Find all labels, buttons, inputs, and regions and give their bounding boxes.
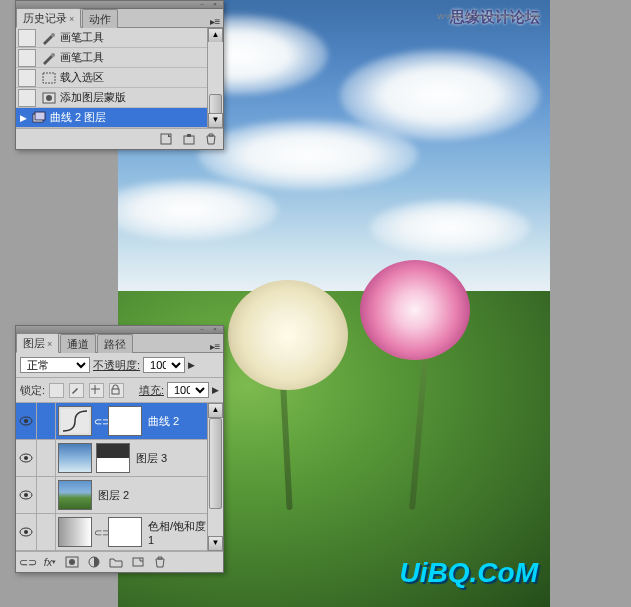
tab-label: 路径 bbox=[104, 338, 126, 350]
scroll-down-icon[interactable]: ▼ bbox=[208, 113, 223, 128]
scroll-up-icon[interactable]: ▲ bbox=[208, 403, 223, 418]
layer-mask-thumbnail[interactable] bbox=[96, 443, 130, 473]
history-item[interactable]: 画笔工具 bbox=[16, 48, 223, 68]
opacity-input[interactable]: 100% bbox=[143, 357, 185, 373]
visibility-toggle[interactable] bbox=[16, 514, 37, 550]
layer-thumbnail[interactable] bbox=[58, 480, 92, 510]
visibility-toggle[interactable] bbox=[16, 403, 37, 439]
history-snapshot-cell[interactable] bbox=[18, 49, 36, 67]
layer-name[interactable]: 图层 3 bbox=[136, 451, 207, 466]
history-label: 载入选区 bbox=[60, 70, 221, 85]
layers-panel: – × 图层× 通道 路径 ▸≡ 正常 不透明度: 100% ▶ 锁定: 填充:… bbox=[15, 325, 224, 573]
delete-icon[interactable] bbox=[203, 132, 219, 146]
minimize-icon[interactable]: – bbox=[197, 1, 207, 7]
link-layers-icon[interactable]: ⊂⊃ bbox=[20, 555, 36, 569]
tab-history[interactable]: 历史记录× bbox=[16, 8, 81, 28]
svg-rect-23 bbox=[133, 558, 143, 566]
svg-rect-8 bbox=[184, 136, 194, 144]
mask-link-icon[interactable]: ⊂⊃ bbox=[94, 527, 106, 538]
tab-label: 图层 bbox=[23, 337, 45, 349]
tab-layers[interactable]: 图层× bbox=[16, 333, 59, 353]
layer-thumbnail[interactable] bbox=[58, 443, 92, 473]
lock-position-icon[interactable] bbox=[89, 383, 104, 398]
add-mask-icon[interactable] bbox=[64, 555, 80, 569]
brush-icon bbox=[41, 31, 57, 45]
fill-input[interactable]: 100% bbox=[167, 382, 209, 398]
svg-point-12 bbox=[24, 419, 28, 423]
history-item[interactable]: 添加图层蒙版 bbox=[16, 88, 223, 108]
layer-name[interactable]: 色相/饱和度 1 bbox=[148, 519, 207, 546]
tab-close-icon[interactable]: × bbox=[69, 14, 74, 24]
history-scrollbar[interactable]: ▲ ▼ bbox=[207, 28, 223, 128]
panel-menu-icon[interactable]: ▸≡ bbox=[207, 16, 223, 27]
svg-point-0 bbox=[51, 33, 55, 37]
visibility-toggle[interactable] bbox=[16, 477, 37, 513]
fill-flyout-icon[interactable]: ▶ bbox=[212, 385, 219, 395]
tab-actions[interactable]: 动作 bbox=[82, 9, 118, 28]
layer-row[interactable]: ⊂⊃ 曲线 2 bbox=[16, 403, 207, 440]
blend-mode-select[interactable]: 正常 bbox=[20, 357, 90, 373]
layer-mask-thumbnail[interactable] bbox=[108, 406, 142, 436]
tab-close-icon[interactable]: × bbox=[47, 339, 52, 349]
opacity-flyout-icon[interactable]: ▶ bbox=[188, 360, 195, 370]
history-item[interactable]: 载入选区 bbox=[16, 68, 223, 88]
scroll-track[interactable] bbox=[208, 418, 223, 536]
close-icon[interactable]: × bbox=[210, 326, 220, 332]
new-group-icon[interactable] bbox=[108, 555, 124, 569]
cloud bbox=[370, 200, 530, 255]
svg-rect-6 bbox=[35, 112, 45, 120]
layer-name[interactable]: 曲线 2 bbox=[148, 414, 207, 429]
scroll-thumb[interactable] bbox=[209, 418, 222, 509]
new-layer-icon[interactable] bbox=[130, 555, 146, 569]
history-list: 画笔工具 画笔工具 载入选区 添加图层蒙版 ▶ 曲线 2 图层 bbox=[16, 28, 223, 128]
layer-thumbnail[interactable] bbox=[58, 517, 92, 547]
history-footer bbox=[16, 128, 223, 149]
layer-name[interactable]: 图层 2 bbox=[98, 488, 207, 503]
layer-thumbnail[interactable] bbox=[58, 406, 92, 436]
layer-mask-thumbnail[interactable] bbox=[108, 517, 142, 547]
lock-pixels-icon[interactable] bbox=[69, 383, 84, 398]
history-label: 添加图层蒙版 bbox=[60, 90, 221, 105]
watermark-logo: UiBQ.CoM bbox=[400, 557, 538, 589]
layer-row[interactable]: 图层 2 bbox=[16, 477, 207, 514]
opacity-label[interactable]: 不透明度: bbox=[93, 358, 140, 373]
tab-label: 通道 bbox=[67, 338, 89, 350]
layers-scrollbar[interactable]: ▲ ▼ bbox=[207, 403, 223, 551]
fill-label[interactable]: 填充: bbox=[139, 383, 164, 398]
layer-list: ⊂⊃ 曲线 2 图层 3 图层 2 ⊂⊃ 色相/饱和度 1 bbox=[16, 403, 207, 551]
history-snapshot-cell[interactable] bbox=[18, 69, 36, 87]
scroll-thumb[interactable] bbox=[209, 94, 222, 114]
tab-label: 历史记录 bbox=[23, 12, 67, 24]
adjustment-layer-icon[interactable] bbox=[86, 555, 102, 569]
mask-link-icon[interactable]: ⊂⊃ bbox=[94, 416, 106, 427]
scroll-down-icon[interactable]: ▼ bbox=[208, 536, 223, 551]
history-snapshot-cell[interactable] bbox=[18, 29, 36, 47]
scroll-track[interactable] bbox=[208, 42, 223, 114]
close-icon[interactable]: × bbox=[210, 1, 220, 7]
tab-channels[interactable]: 通道 bbox=[60, 334, 96, 353]
watermark-url: WWW.MISSYUAN.COM bbox=[437, 12, 540, 21]
link-cell[interactable] bbox=[37, 514, 56, 550]
history-snapshot-cell[interactable] bbox=[18, 89, 36, 107]
history-item[interactable]: 画笔工具 bbox=[16, 28, 223, 48]
scroll-up-icon[interactable]: ▲ bbox=[208, 28, 223, 43]
tab-paths[interactable]: 路径 bbox=[97, 334, 133, 353]
delete-layer-icon[interactable] bbox=[152, 555, 168, 569]
history-tabs: 历史记录× 动作 ▸≡ bbox=[16, 9, 223, 28]
link-cell[interactable] bbox=[37, 403, 56, 439]
panel-menu-icon[interactable]: ▸≡ bbox=[207, 341, 223, 352]
layers-tabs: 图层× 通道 路径 ▸≡ bbox=[16, 334, 223, 353]
layer-row[interactable]: 图层 3 bbox=[16, 440, 207, 477]
link-cell[interactable] bbox=[37, 477, 56, 513]
layer-style-icon[interactable]: fx▾ bbox=[42, 555, 58, 569]
lock-transparency-icon[interactable] bbox=[49, 383, 64, 398]
svg-rect-2 bbox=[43, 73, 55, 83]
minimize-icon[interactable]: – bbox=[197, 326, 207, 332]
link-cell[interactable] bbox=[37, 440, 56, 476]
layer-row[interactable]: ⊂⊃ 色相/饱和度 1 bbox=[16, 514, 207, 551]
visibility-toggle[interactable] bbox=[16, 440, 37, 476]
history-item[interactable]: ▶ 曲线 2 图层 bbox=[16, 108, 223, 128]
lock-all-icon[interactable] bbox=[109, 383, 124, 398]
create-document-icon[interactable] bbox=[159, 132, 175, 146]
new-snapshot-icon[interactable] bbox=[181, 132, 197, 146]
